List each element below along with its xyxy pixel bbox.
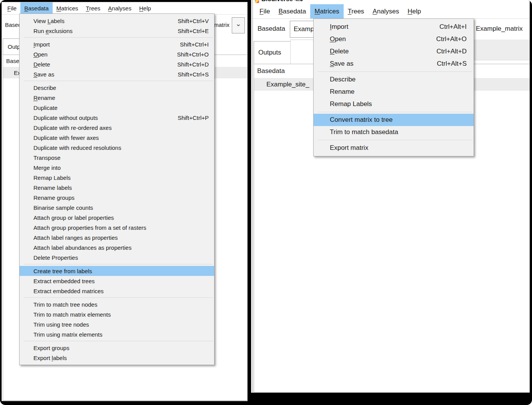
menu-item-attach-label-ranges-as-properties[interactable]: Attach label ranges as properties (20, 232, 214, 242)
menu-item-trim-to-match-matrix-elements[interactable]: Trim to match matrix elements (20, 309, 214, 319)
menu-item-rename-groups[interactable]: Rename groups (20, 193, 214, 202)
menu-item-run-exclusions[interactable]: Run exclusionsShift+Ctrl+E (20, 26, 214, 36)
basedata-list-item-label: Example_site_ (266, 81, 309, 88)
menu-item-label: Run exclusions (20, 28, 73, 34)
menu-item-remap-labels[interactable]: Remap Labels (20, 173, 214, 183)
menu-item-accelerator: Shift+Ctrl+P (178, 115, 214, 121)
menu-separator (24, 341, 213, 341)
menu-item-label: Attach label ranges as properties (20, 234, 118, 241)
menubar-item-help[interactable]: Help (403, 4, 425, 18)
tab-outputs[interactable]: Outputs (254, 41, 295, 64)
menu-item-rename[interactable]: Rename (20, 93, 214, 103)
menu-item-label: Open (314, 35, 346, 43)
menu-item-attach-label-abundances-as-properties[interactable]: Attach label abundances as properties (20, 242, 214, 252)
menu-item-delete[interactable]: DeleteCtrl+Alt+D (314, 45, 474, 58)
menu-item-export-labels[interactable]: Export labels (20, 353, 214, 363)
menu-item-open[interactable]: OpenShift+Ctrl+O (20, 49, 214, 59)
menu-item-describe[interactable]: Describe (20, 83, 214, 93)
menu-item-export-groups[interactable]: Export groups (20, 343, 214, 353)
menu-item-convert-matrix-to-tree[interactable]: Convert matrix to tree (314, 114, 474, 126)
menu-item-extract-embedded-matrices[interactable]: Extract embedded matrices (20, 286, 214, 296)
menu-item-label: Help (407, 8, 421, 15)
menubar-item-file[interactable]: File (255, 4, 274, 18)
menubar-item-trees[interactable]: Trees (82, 2, 104, 14)
menubar-item-matrices[interactable]: Matrices (310, 4, 343, 18)
right-menubar: FileBasedataMatricesTreesAnalysesHelp (253, 4, 530, 18)
matrix-combobox-button[interactable]: ⌄ (232, 17, 245, 33)
menu-item-trim-using-tree-nodes[interactable]: Trim using tree nodes (20, 319, 214, 329)
screenshot-canvas: FileBasedataMatricesTreesAnalysesHelp Ba… (0, 0, 532, 405)
menu-item-label: File (7, 5, 17, 12)
menubar-item-analyses[interactable]: Analyses (368, 4, 403, 18)
menu-item-import[interactable]: ImportCtrl+Alt+I (314, 21, 474, 33)
matrix-combobox-value[interactable]: matrix (214, 22, 229, 28)
menu-item-create-tree-from-labels[interactable]: Create tree from labels (20, 266, 214, 276)
menu-item-label: Export matrix (314, 144, 368, 152)
tab-outputs-label: Outputs (258, 49, 281, 56)
menu-item-delete-properties[interactable]: Delete Properties (20, 252, 214, 262)
menu-item-trim-to-match-tree-nodes[interactable]: Trim to match tree nodes (20, 299, 214, 309)
menu-item-attach-group-properties-from-a-set-of-rasters[interactable]: Attach group properties from a set of ra… (20, 222, 214, 232)
menu-item-label: Trees (86, 5, 100, 12)
menu-item-save-as[interactable]: Save asShift+Ctrl+S (20, 69, 214, 79)
menu-item-label: Remap Labels (20, 174, 71, 181)
menu-item-view-labels[interactable]: View LabelsShift+Ctrl+V (20, 16, 214, 26)
menu-item-label: File (259, 8, 270, 15)
menubar-item-file[interactable]: File (3, 2, 20, 14)
menu-item-rename[interactable]: Rename (314, 86, 474, 98)
matrix-combobox-value[interactable]: Example_matrix (476, 25, 523, 33)
chevron-down-icon: ⌄ (235, 22, 241, 26)
app-icon (255, 0, 259, 3)
menu-item-label: Extract embedded trees (20, 278, 95, 284)
menu-item-label: Import (20, 41, 50, 48)
menu-separator (318, 71, 472, 72)
menu-item-rename-labels[interactable]: Rename labels (20, 183, 214, 193)
menu-item-label: Matrices (57, 5, 78, 12)
menu-item-attach-group-or-label-properties[interactable]: Attach group or label properties (20, 212, 214, 222)
menu-item-trim-to-match-basedata[interactable]: Trim to match basedata (314, 126, 474, 138)
menu-separator (318, 112, 472, 112)
menu-item-delete[interactable]: DeleteShift+Ctrl+D (20, 59, 214, 69)
menu-item-accelerator: Ctrl+Alt+I (439, 23, 474, 31)
menu-item-label: Trim to match basedata (314, 128, 398, 136)
menubar-item-analyses[interactable]: Analyses (104, 2, 135, 14)
menubar-item-matrices[interactable]: Matrices (53, 2, 82, 14)
menu-item-duplicate-with-fewer-axes[interactable]: Duplicate with fewer axes (20, 133, 214, 143)
menu-item-label: Attach label abundances as properties (20, 244, 131, 251)
menu-item-label: Save as (20, 71, 54, 78)
menu-item-label: Duplicate with reduced resolutions (20, 144, 121, 151)
menu-item-transpose[interactable]: Transpose (20, 153, 214, 163)
menu-item-accelerator: Shift+Ctrl+V (178, 18, 214, 24)
menu-item-label: Attach group properties from a set of ra… (20, 224, 146, 231)
menu-item-merge-into[interactable]: Merge into (20, 163, 214, 173)
menubar-item-basedata[interactable]: Basedata (274, 4, 310, 18)
matrices-dropdown-menu: ImportCtrl+Alt+IOpenCtrl+Alt+ODeleteCtrl… (313, 18, 474, 156)
menu-item-binarise-sample-counts[interactable]: Binarise sample counts (20, 202, 214, 212)
menu-item-export-matrix[interactable]: Export matrix (314, 142, 474, 154)
menu-item-label: Basedata (24, 5, 48, 12)
menu-item-duplicate[interactable]: Duplicate (20, 103, 214, 113)
menu-item-open[interactable]: OpenCtrl+Alt+O (314, 33, 474, 45)
menu-item-accelerator: Shift+Ctrl+D (177, 61, 214, 68)
menubar-item-help[interactable]: Help (135, 2, 155, 14)
menu-item-trim-using-matrix-elements[interactable]: Trim using matrix elements (20, 329, 214, 339)
menu-item-save-as[interactable]: Save asCtrl+Alt+S (314, 58, 474, 70)
menu-item-remap-labels[interactable]: Remap Labels (314, 98, 474, 110)
menu-separator (24, 81, 213, 81)
menu-item-label: Export groups (20, 345, 69, 351)
menu-item-duplicate-with-reduced-resolutions[interactable]: Duplicate with reduced resolutions (20, 143, 214, 153)
menu-item-label: Binarise sample counts (20, 204, 93, 211)
menu-item-duplicate-with-re-ordered-axes[interactable]: Duplicate with re-ordered axes (20, 123, 214, 133)
basedata-dropdown-menu: View LabelsShift+Ctrl+VRun exclusionsShi… (19, 13, 214, 365)
menu-item-label: Merge into (20, 164, 61, 171)
menu-item-label: Delete (20, 61, 50, 68)
menu-item-describe[interactable]: Describe (314, 73, 474, 86)
menubar-item-trees[interactable]: Trees (344, 4, 369, 18)
menu-item-label: Describe (314, 76, 356, 83)
menubar-item-basedata[interactable]: Basedata (20, 2, 52, 14)
menu-item-duplicate-without-outputs[interactable]: Duplicate without outputsShift+Ctrl+P (20, 113, 214, 123)
menu-item-accelerator: Shift+Ctrl+I (180, 41, 214, 48)
menu-item-import[interactable]: ImportShift+Ctrl+I (20, 39, 214, 49)
menu-item-extract-embedded-trees[interactable]: Extract embedded trees (20, 276, 214, 286)
menu-item-label: Rename (20, 95, 55, 101)
